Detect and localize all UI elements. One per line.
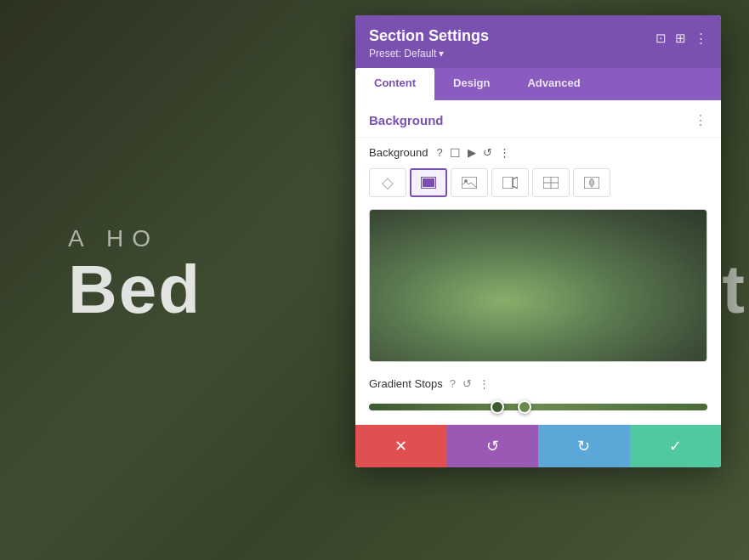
split-icon[interactable]: ⊞ [675, 31, 686, 46]
background-more-icon[interactable]: ⋮ [499, 146, 510, 159]
svg-rect-1 [423, 178, 434, 187]
bg-type-mask[interactable] [573, 168, 610, 197]
gradient-stops-more-icon[interactable]: ⋮ [479, 377, 490, 390]
section-menu-icon[interactable]: ⋮ [694, 112, 707, 128]
bg-type-video[interactable] [491, 168, 529, 197]
preset-label: Preset: Default [369, 48, 436, 59]
bg-type-row: ◇ [355, 168, 721, 206]
background-device-icon[interactable]: ☐ [450, 146, 461, 160]
panel-header-icons: ⊡ ⊞ ⋮ [655, 31, 707, 46]
section-settings-panel: Section Settings Preset: Default ▾ ⊡ ⊞ ⋮… [355, 15, 721, 467]
scene-text-bed: Bed [68, 251, 201, 329]
svg-rect-4 [502, 177, 513, 189]
gradient-stops-reset-icon[interactable]: ↺ [462, 377, 472, 390]
tab-design[interactable]: Design [434, 68, 508, 100]
gradient-preview [369, 209, 707, 362]
gradient-stop-2[interactable] [518, 400, 531, 414]
panel-body: Background ⋮ Background ? ☐ ▶ ↺ ⋮ ◇ [355, 100, 721, 424]
panel-header: Section Settings Preset: Default ▾ ⊡ ⊞ ⋮ [355, 15, 721, 68]
svg-rect-2 [462, 177, 477, 189]
panel-header-left: Section Settings Preset: Default ▾ [369, 27, 489, 59]
background-reset-icon[interactable]: ↺ [483, 146, 492, 159]
bg-type-image[interactable] [451, 168, 488, 197]
gradient-stop-1[interactable] [491, 400, 504, 414]
section-title: Background [369, 113, 444, 127]
scene-text-aho: A HO [68, 225, 159, 252]
background-label-row: Background ? ☐ ▶ ↺ ⋮ [355, 138, 721, 168]
panel-footer: ✕ ↺ ↻ ✓ [355, 424, 721, 467]
bg-type-color[interactable] [410, 168, 447, 197]
scene-text-t: t [722, 251, 745, 329]
background-label: Background [369, 146, 428, 159]
gradient-slider-track[interactable] [369, 404, 707, 410]
background-help-icon[interactable]: ? [436, 146, 442, 159]
background-cursor-icon[interactable]: ▶ [468, 146, 476, 159]
gradient-stops-help-icon[interactable]: ? [450, 377, 456, 390]
bg-type-none[interactable]: ◇ [369, 168, 406, 197]
section-background-header: Background ⋮ [355, 100, 721, 138]
tab-content[interactable]: Content [355, 68, 434, 100]
tab-advanced[interactable]: Advanced [508, 68, 599, 100]
panel-tabs: Content Design Advanced [355, 68, 721, 100]
preset-arrow: ▾ [439, 48, 444, 59]
more-icon[interactable]: ⋮ [695, 31, 707, 46]
panel-title: Section Settings [369, 27, 489, 46]
gradient-stops-row: Gradient Stops ? ↺ ⋮ [355, 371, 721, 395]
bg-type-pattern[interactable] [532, 168, 570, 197]
reset-button[interactable]: ↺ [447, 425, 539, 467]
save-button[interactable]: ✓ [630, 425, 722, 467]
panel-preset[interactable]: Preset: Default ▾ [369, 48, 489, 59]
gradient-stops-label: Gradient Stops [369, 377, 443, 390]
fullscreen-icon[interactable]: ⊡ [655, 31, 667, 46]
redo-button[interactable]: ↻ [538, 425, 630, 467]
gradient-slider-row [355, 395, 721, 424]
cancel-button[interactable]: ✕ [355, 425, 447, 467]
